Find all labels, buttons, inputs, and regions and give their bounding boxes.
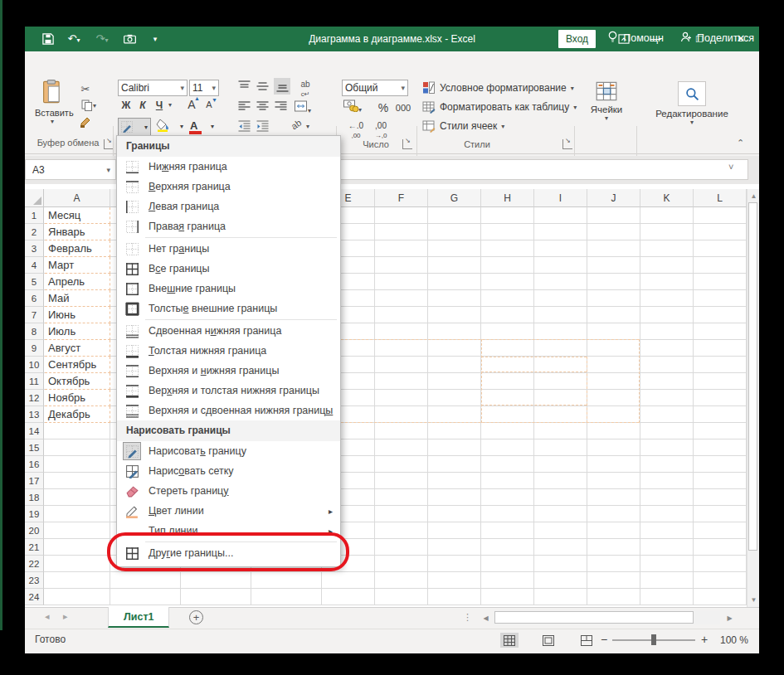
- horizontal-scrollbar-thumb[interactable]: [494, 611, 694, 624]
- cell-A10[interactable]: Сентябрь: [45, 357, 110, 373]
- row-header-8[interactable]: 8: [25, 323, 44, 340]
- row-header-6[interactable]: 6: [25, 290, 44, 307]
- zoom-in-button[interactable]: +: [701, 633, 708, 646]
- menu-item-border-top[interactable]: Верхняя граница: [117, 177, 340, 197]
- row-header-4[interactable]: 4: [25, 257, 44, 274]
- name-box-dropdown-icon[interactable]: ▾: [106, 166, 110, 174]
- row-header-7[interactable]: 7: [25, 307, 44, 323]
- menu-item-border-top-bottom[interactable]: Верхняя и нижняя границы: [117, 361, 340, 381]
- page-break-view-button[interactable]: [577, 633, 596, 648]
- menu-item-border-top-thick-bottom[interactable]: Верхняя и толстая нижняя границы: [117, 381, 340, 401]
- cell-A9[interactable]: Август: [45, 340, 110, 357]
- cell-A8[interactable]: Июль: [45, 323, 110, 340]
- orientation-dropdown-icon[interactable]: ▾: [304, 123, 312, 130]
- sheet-tab[interactable]: Лист1: [108, 607, 169, 628]
- increase-decimal-button[interactable]: ←.0,00: [345, 121, 367, 139]
- row-header-3[interactable]: 3: [25, 240, 44, 257]
- align-right-button[interactable]: [274, 100, 288, 116]
- row-header-12[interactable]: 12: [25, 390, 44, 406]
- share-person-icon[interactable]: [680, 32, 692, 45]
- collapse-ribbon-icon[interactable]: ⌃: [737, 138, 744, 148]
- hscroll-right-icon[interactable]: ▶: [723, 614, 736, 622]
- column-header-G[interactable]: G: [428, 189, 481, 207]
- menu-item-draw-grid[interactable]: Нарисовать сетку: [117, 461, 340, 481]
- vertical-scrollbar-thumb[interactable]: [748, 202, 757, 551]
- align-center-button[interactable]: [256, 100, 270, 116]
- menu-item-border-bottom[interactable]: Нижняя граница: [117, 157, 340, 177]
- page-layout-view-button[interactable]: [539, 633, 558, 648]
- row-header-11[interactable]: 11: [25, 373, 44, 390]
- row-header-9[interactable]: 9: [25, 340, 44, 357]
- menu-item-line-color[interactable]: Цвет линии▸: [117, 501, 340, 521]
- menu-item-border-thick-outside[interactable]: Толстые внешние границы: [117, 299, 340, 318]
- font-size-combo[interactable]: 11▾: [189, 80, 219, 96]
- cell-A4[interactable]: Март: [45, 257, 110, 274]
- cell-A6[interactable]: Май: [45, 290, 110, 307]
- row-header-24[interactable]: 24: [25, 589, 44, 605]
- comma-style-button[interactable]: 000: [393, 103, 413, 113]
- merge-center-button[interactable]: ▾: [294, 100, 319, 116]
- cut-icon[interactable]: ✂: [76, 81, 95, 96]
- menu-item-border-thick-bottom[interactable]: Толстая нижняя граница: [117, 341, 340, 361]
- row-header-23[interactable]: 23: [25, 572, 44, 589]
- row-header-10[interactable]: 10: [25, 357, 44, 373]
- sheet-nav-left-icon[interactable]: ◂: [45, 611, 50, 622]
- row-header-19[interactable]: 19: [25, 506, 44, 522]
- increase-indent-button[interactable]: [256, 119, 270, 136]
- column-header-J[interactable]: J: [587, 189, 640, 207]
- column-header-L[interactable]: L: [694, 189, 747, 207]
- new-sheet-button[interactable]: +: [189, 610, 203, 624]
- number-format-combo[interactable]: Общий▾: [342, 80, 408, 96]
- align-left-button[interactable]: [237, 100, 251, 116]
- underline-dropdown-icon[interactable]: ▾: [166, 101, 174, 109]
- menu-item-erase-border[interactable]: Стереть границу: [117, 481, 340, 501]
- grow-font-button[interactable]: А▲: [184, 98, 199, 111]
- row-header-22[interactable]: 22: [25, 556, 44, 572]
- font-name-combo[interactable]: Calibri▾: [118, 80, 187, 96]
- format-as-table-button[interactable]: Форматировать как таблицу▾: [422, 100, 577, 114]
- cell-A3[interactable]: Февраль: [45, 240, 110, 257]
- row-header-14[interactable]: 14: [25, 423, 44, 439]
- row-header-20[interactable]: 20: [25, 522, 44, 539]
- hscroll-left-icon[interactable]: ◀: [480, 614, 492, 622]
- tab-tellme[interactable]: Помощн: [623, 32, 664, 44]
- conditional-formatting-button[interactable]: Условное форматирование▾: [422, 81, 574, 95]
- align-top-button[interactable]: [237, 80, 251, 96]
- scroll-down-icon[interactable]: ▼: [747, 596, 759, 604]
- borders-button[interactable]: ▾: [118, 118, 151, 136]
- column-header-F[interactable]: F: [375, 189, 428, 207]
- sheet-nav-right-icon[interactable]: ▸: [63, 611, 68, 622]
- row-header-17[interactable]: 17: [25, 473, 44, 489]
- styles-dialog-launcher-icon[interactable]: [562, 139, 572, 149]
- editing-button[interactable]: Редактирование ▾: [645, 81, 738, 126]
- italic-button[interactable]: К: [136, 100, 149, 111]
- align-middle-button[interactable]: [256, 80, 270, 96]
- accounting-format-button[interactable]: ▾: [343, 100, 372, 115]
- underline-button[interactable]: Ч: [153, 100, 166, 111]
- number-dialog-launcher-icon[interactable]: [402, 139, 412, 149]
- row-header-21[interactable]: 21: [25, 539, 44, 556]
- cell-styles-button[interactable]: Стили ячеек▾: [422, 119, 504, 133]
- menu-item-border-right[interactable]: Правая граница: [117, 216, 340, 236]
- cell-A1[interactable]: Месяц: [45, 207, 110, 224]
- menu-item-border-outside[interactable]: Внешние границы: [117, 279, 340, 299]
- fill-color-button[interactable]: ▾: [156, 118, 184, 136]
- normal-view-button[interactable]: [500, 633, 519, 648]
- zoom-out-button[interactable]: −: [601, 633, 607, 646]
- decrease-indent-button[interactable]: [237, 119, 251, 136]
- zoom-slider-thumb[interactable]: [651, 634, 656, 645]
- column-header-K[interactable]: K: [640, 189, 694, 207]
- column-header-A[interactable]: A: [44, 189, 110, 207]
- copy-icon[interactable]: ▾: [76, 98, 101, 113]
- cell-A5[interactable]: Апрель: [45, 274, 110, 290]
- menu-item-border-all[interactable]: Все границы: [117, 259, 340, 279]
- align-bottom-button[interactable]: [274, 78, 290, 95]
- select-all-corner[interactable]: [25, 189, 44, 207]
- shrink-font-button[interactable]: А▼: [202, 100, 216, 109]
- row-header-5[interactable]: 5: [25, 274, 44, 290]
- cell-A11[interactable]: Октябрь: [45, 373, 110, 390]
- menu-item-border-double-bottom[interactable]: Сдвоенная нижняя граница: [117, 321, 340, 341]
- row-header-13[interactable]: 13: [25, 406, 44, 423]
- name-box[interactable]: A3 ▾: [25, 159, 116, 180]
- row-header-16[interactable]: 16: [25, 456, 44, 473]
